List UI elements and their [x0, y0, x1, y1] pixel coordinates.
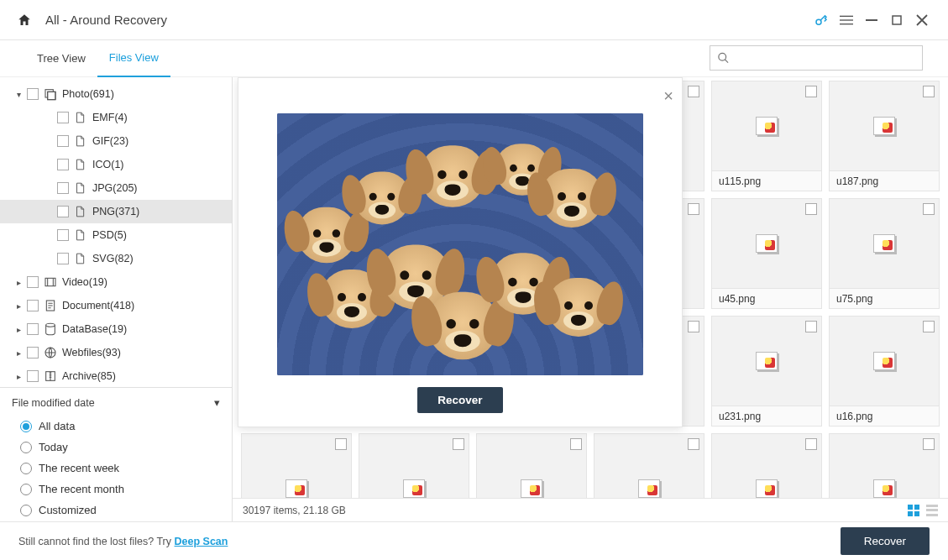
thumbnail[interactable]: u16.png [829, 316, 940, 427]
checkbox[interactable] [57, 229, 69, 241]
thumbnail[interactable]: u115.png [711, 81, 822, 191]
checkbox[interactable] [57, 206, 69, 217]
radio-icon[interactable] [20, 421, 32, 432]
checkbox[interactable] [27, 300, 39, 311]
sidebar: ▾Photo(691)EMF(4)GIF(23)ICO(1)JPG(205)PN… [0, 77, 233, 521]
file-icon [74, 158, 87, 171]
radio-icon[interactable] [20, 442, 32, 453]
filter-option-today[interactable]: Today [12, 437, 220, 458]
file-icon [74, 134, 87, 148]
filter-option-custom[interactable]: Customized [12, 500, 220, 521]
checkbox[interactable] [27, 276, 39, 288]
caret-icon[interactable]: ▾ [12, 87, 25, 101]
checkbox[interactable] [805, 203, 817, 215]
tree-item-png[interactable]: PNG(371) [0, 200, 232, 223]
tree-item-photo[interactable]: ▾Photo(691) [0, 82, 232, 106]
deepscan-prefix: Still cannot find the lost files? Try [18, 536, 175, 547]
checkbox[interactable] [57, 112, 69, 123]
deepscan-link[interactable]: Deep Scan [175, 536, 228, 547]
caret-icon[interactable]: ▸ [12, 299, 25, 312]
checkbox[interactable] [57, 253, 69, 264]
footer: Still cannot find the lost files? Try De… [0, 521, 948, 560]
radio-icon[interactable] [20, 505, 32, 516]
checkbox[interactable] [923, 438, 935, 450]
checkbox[interactable] [57, 135, 69, 147]
tree-item-jpg[interactable]: JPG(205) [0, 176, 232, 200]
file-tree: ▾Photo(691)EMF(4)GIF(23)ICO(1)JPG(205)PN… [0, 77, 232, 387]
checkbox[interactable] [688, 438, 699, 450]
checkbox[interactable] [27, 323, 39, 335]
tree-item-ico[interactable]: ICO(1) [0, 153, 232, 176]
filter-option-all[interactable]: All data [12, 416, 220, 437]
tree-item-psd[interactable]: PSD(5) [0, 223, 232, 247]
tree-item-webfiles[interactable]: ▸Webfiles(93) [0, 341, 232, 364]
radio-icon[interactable] [20, 484, 32, 495]
thumbnail[interactable] [829, 433, 940, 498]
checkbox[interactable] [570, 438, 582, 450]
radio-icon[interactable] [20, 463, 32, 474]
tree-item-video[interactable]: ▸Video(19) [0, 270, 232, 294]
tab-tree-view[interactable]: Tree View [25, 40, 97, 77]
checkbox[interactable] [805, 321, 817, 332]
tree-item-label: Archive(85) [62, 370, 116, 382]
tab-files-view[interactable]: Files View [97, 40, 170, 77]
tree-item-svg[interactable]: SVG(82) [0, 247, 232, 270]
caret-icon[interactable]: ▸ [12, 346, 25, 359]
list-view-icon[interactable] [926, 505, 938, 516]
thumbnail[interactable] [241, 433, 352, 498]
checkbox[interactable] [688, 203, 699, 215]
filter-option-month[interactable]: The recent month [12, 479, 220, 500]
checkbox[interactable] [923, 203, 935, 215]
checkbox[interactable] [27, 347, 39, 359]
svg-rect-3 [840, 24, 853, 24]
menu-icon[interactable] [834, 8, 859, 33]
caret-icon[interactable]: ▸ [12, 369, 25, 383]
thumbnail[interactable]: u187.png [829, 81, 940, 191]
minimize-icon[interactable] [859, 8, 884, 33]
checkbox[interactable] [923, 86, 935, 97]
tree-item-archive[interactable]: ▸Archive(85) [0, 364, 232, 387]
checkbox[interactable] [688, 321, 699, 332]
svg-rect-1 [840, 15, 853, 16]
filter-option-week[interactable]: The recent week [12, 458, 220, 479]
search-input[interactable] [730, 52, 915, 65]
checkbox[interactable] [27, 88, 39, 100]
recover-button[interactable]: Recover [841, 527, 930, 555]
thumbnail[interactable] [594, 433, 704, 498]
thumbnail[interactable]: u45.png [711, 198, 822, 309]
tree-item-document[interactable]: ▸Document(418) [0, 294, 232, 317]
search-box[interactable] [710, 45, 923, 71]
checkbox[interactable] [688, 86, 699, 97]
caret-icon[interactable]: ▸ [12, 275, 25, 289]
thumbnail[interactable] [359, 433, 469, 498]
svg-rect-8 [48, 92, 55, 99]
checkbox[interactable] [453, 438, 464, 450]
file-icon [74, 111, 87, 124]
close-icon[interactable] [909, 8, 935, 33]
checkbox[interactable] [805, 438, 817, 450]
thumbnail[interactable]: u75.png [829, 198, 940, 309]
key-icon[interactable] [809, 8, 834, 33]
preview-image [277, 113, 643, 375]
tree-item-gif[interactable]: GIF(23) [0, 129, 232, 153]
home-icon[interactable] [17, 13, 32, 28]
checkbox[interactable] [57, 159, 69, 170]
thumbnail[interactable]: u231.png [711, 316, 822, 427]
filter-header[interactable]: File modified date ▾ [12, 396, 220, 409]
filter-header-label: File modified date [12, 397, 95, 409]
tree-item-database[interactable]: ▸DataBase(19) [0, 317, 232, 341]
tree-item-emf[interactable]: EMF(4) [0, 106, 232, 129]
checkbox[interactable] [57, 182, 69, 194]
checkbox[interactable] [27, 370, 39, 382]
thumbnail[interactable] [711, 433, 822, 498]
checkbox[interactable] [923, 321, 935, 332]
thumbnail[interactable] [476, 433, 587, 498]
maximize-icon[interactable] [884, 8, 909, 33]
preview-recover-button[interactable]: Recover [417, 387, 502, 413]
thumbnail-name: u187.png [830, 170, 939, 191]
checkbox[interactable] [805, 86, 817, 97]
checkbox[interactable] [335, 438, 347, 450]
grid-view-icon[interactable] [908, 505, 919, 516]
caret-icon[interactable]: ▸ [12, 322, 25, 336]
close-icon[interactable]: × [663, 86, 673, 106]
